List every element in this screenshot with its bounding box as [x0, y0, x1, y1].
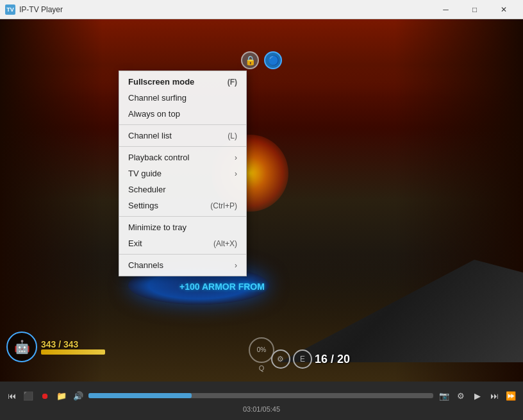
menu-item-shortcut-exit: (Alt+X)	[213, 239, 237, 248]
menu-item-label-tv-guide: TV guide	[128, 169, 162, 178]
menu-item-channel-list[interactable]: Channel list(L)	[119, 128, 246, 144]
play-button[interactable]: ▶	[470, 389, 485, 403]
right-controls: 📷 ⚙ ▶ ⏭ ⏩	[437, 389, 518, 403]
video-area[interactable]: 🔒 🔵 +100 ARMOR FROM 🤖 343 / 343 0% Q ⚙ E…	[0, 19, 523, 382]
menu-divider	[119, 124, 246, 125]
health-bar-fill	[41, 349, 105, 355]
menu-item-label-channel-surfing: Channel surfing	[128, 93, 187, 103]
fast-forward-button[interactable]: ⏩	[504, 389, 518, 403]
maximize-button[interactable]: □	[460, 0, 489, 19]
game-wall-left	[0, 19, 103, 382]
character-icon: 🤖	[6, 332, 37, 362]
time-display: 03:01 / 05:45	[5, 405, 518, 413]
menu-item-label-minimize-to-tray: Minimize to tray	[128, 223, 187, 232]
menu-item-label-playback-control: Playback control	[128, 153, 189, 162]
settings-button[interactable]: ⚙	[454, 389, 468, 403]
armor-text: +100 ARMOR FROM	[179, 281, 265, 292]
window-title: IP-TV Player	[19, 5, 63, 14]
close-button[interactable]: ✕	[489, 0, 518, 19]
progress-bar[interactable]	[88, 393, 433, 398]
stop-button[interactable]: ⬛	[22, 389, 35, 402]
ammo-display: 16 / 20	[315, 353, 350, 366]
titlebar: TV IP-TV Player ─ □ ✕	[0, 0, 523, 19]
progress-fill	[88, 393, 192, 398]
menu-item-minimize-to-tray[interactable]: Minimize to tray	[119, 219, 246, 235]
open-file-button[interactable]: 📁	[55, 389, 68, 402]
menu-item-fullscreen[interactable]: Fullscreen mode(F)	[119, 74, 246, 90]
menu-item-label-exit: Exit	[128, 239, 142, 248]
menu-items-container: Fullscreen mode(F)Channel surfingAlways …	[119, 74, 246, 273]
window-controls: ─ □ ✕	[431, 0, 518, 19]
menu-divider	[119, 146, 246, 147]
menu-item-label-always-on-top: Always on top	[128, 109, 180, 119]
context-menu: Fullscreen mode(F)Channel surfingAlways …	[119, 71, 247, 276]
hud-bottom-right: ⚙ E 16 / 20	[271, 349, 350, 369]
menu-item-label-scheduler: Scheduler	[128, 185, 166, 194]
menu-item-channels[interactable]: Channels›	[119, 257, 246, 273]
menu-item-label-channels: Channels	[128, 260, 163, 270]
menu-divider	[119, 216, 246, 217]
bottom-bar: ⏮ ⬛ ⏺ 📁 🔊 📷 ⚙ ▶ ⏭ ⏩ 03:01 / 05:45	[0, 382, 523, 420]
alt-ammo-icon: E	[293, 349, 312, 369]
menu-item-label-channel-list: Channel list	[128, 131, 172, 140]
menu-item-tv-guide[interactable]: TV guide›	[119, 165, 246, 181]
skip-forward-button[interactable]: ⏭	[487, 389, 501, 403]
menu-item-settings[interactable]: Settings(Ctrl+P)	[119, 197, 246, 214]
menu-item-shortcut-channel-list: (L)	[228, 131, 237, 140]
menu-item-channel-surfing[interactable]: Channel surfing	[119, 90, 246, 106]
menu-item-always-on-top[interactable]: Always on top	[119, 106, 246, 122]
hud-top-icons: 🔒 🔵	[241, 51, 282, 69]
menu-item-arrow-playback-control: ›	[235, 153, 237, 162]
hud-bottom-left: 🤖 343 / 343	[6, 332, 105, 362]
controls-row: ⏮ ⬛ ⏺ 📁 🔊 📷 ⚙ ▶ ⏭ ⏩	[5, 389, 518, 403]
minimize-button[interactable]: ─	[431, 0, 460, 19]
volume-button[interactable]: 🔊	[72, 389, 85, 402]
active-icon: 🔵	[264, 51, 282, 69]
health-display: 343 / 343	[41, 339, 105, 349]
menu-item-exit[interactable]: Exit(Alt+X)	[119, 235, 246, 251]
health-bar	[41, 349, 105, 355]
record-button[interactable]: ⏺	[38, 389, 51, 402]
current-time: 03:01	[243, 405, 261, 413]
total-time: 05:45	[263, 405, 281, 413]
menu-item-arrow-channels: ›	[235, 261, 237, 270]
menu-item-scheduler[interactable]: Scheduler	[119, 181, 246, 197]
titlebar-left: TV IP-TV Player	[5, 4, 63, 15]
menu-item-playback-control[interactable]: Playback control›	[119, 149, 246, 165]
screenshot-button[interactable]: 📷	[437, 389, 451, 403]
menu-item-shortcut-settings: (Ctrl+P)	[210, 201, 237, 210]
menu-item-shortcut-fullscreen: (F)	[228, 78, 237, 87]
lock-icon: 🔒	[241, 51, 259, 69]
menu-item-label-settings: Settings	[128, 201, 158, 210]
ammo-icon: ⚙	[271, 349, 290, 369]
menu-item-arrow-tv-guide: ›	[235, 169, 237, 178]
menu-item-label-fullscreen: Fullscreen mode	[128, 77, 194, 87]
menu-divider	[119, 254, 246, 255]
app-icon: TV	[5, 4, 15, 15]
skip-back-button[interactable]: ⏮	[5, 389, 18, 402]
